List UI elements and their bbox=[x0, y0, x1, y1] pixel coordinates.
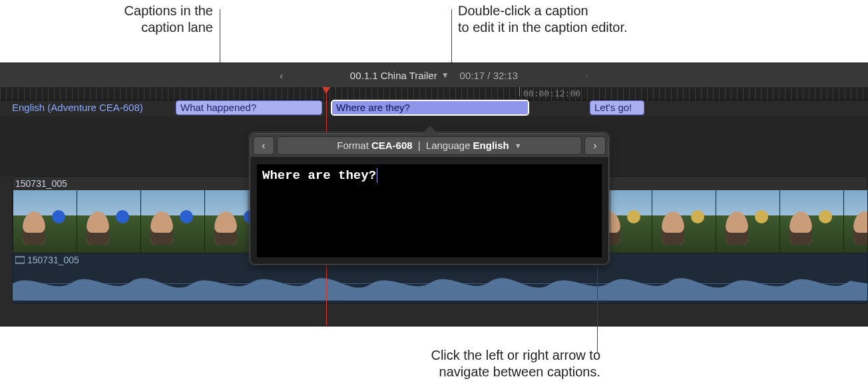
timeline-index-bar: ‹ 00.1.1 China Trailer ▼ 00:17 / 32:13 › bbox=[0, 63, 868, 87]
caption-clip[interactable]: Let's go! bbox=[590, 100, 644, 115]
callout-caption-lane: Captions in the caption lane bbox=[0, 3, 213, 36]
caption-editor-popover[interactable]: ‹ Format CEA-608 | Language English ▼ › … bbox=[250, 133, 609, 265]
chevron-down-icon: ▼ bbox=[441, 70, 449, 80]
audio-clip-name: 150731_005 bbox=[27, 255, 79, 265]
timecode-display[interactable]: 00:17 / 32:13 bbox=[460, 70, 519, 81]
callout-editor: Double-click a caption to edit it in the… bbox=[458, 3, 804, 36]
next-caption-button[interactable]: › bbox=[584, 136, 606, 155]
history-back-button[interactable]: ‹ bbox=[276, 70, 288, 81]
panel-bottom-border bbox=[0, 326, 868, 326]
format-label: Format bbox=[337, 140, 369, 151]
caption-lane[interactable]: English (Adventure CEA-608) What happene… bbox=[0, 100, 868, 116]
language-label: Language bbox=[426, 140, 471, 151]
caption-text-input[interactable]: Where are they? bbox=[257, 164, 602, 257]
project-title-text: 00.1.1 China Trailer bbox=[350, 70, 437, 81]
svg-rect-2 bbox=[15, 262, 25, 264]
caption-clip[interactable]: What happened? bbox=[176, 100, 322, 115]
callout-nav-arrows: Click the left or right arrow to navigat… bbox=[254, 347, 600, 380]
project-title-dropdown[interactable]: 00.1.1 China Trailer ▼ bbox=[350, 70, 449, 81]
timeline-ruler[interactable]: 00:00:12:00 bbox=[0, 87, 868, 100]
format-value: CEA-608 bbox=[371, 140, 413, 151]
caption-editor-header: ‹ Format CEA-608 | Language English ▼ › bbox=[250, 134, 608, 158]
caption-format-language-dropdown[interactable]: Format CEA-608 | Language English ▼ bbox=[277, 136, 582, 155]
ruler-timecode: 00:00:12:00 bbox=[523, 88, 580, 98]
caption-lane-label: English (Adventure CEA-608) bbox=[12, 102, 143, 115]
filmstrip-icon bbox=[15, 256, 25, 264]
caption-clip-selected[interactable]: Where are they? bbox=[331, 100, 529, 115]
video-clip-name: 150731_005 bbox=[15, 178, 67, 189]
history-forward-button[interactable]: › bbox=[580, 70, 592, 81]
svg-rect-1 bbox=[15, 256, 25, 258]
chevron-down-icon: ▼ bbox=[515, 142, 522, 150]
audio-waveform bbox=[13, 267, 867, 301]
language-value: English bbox=[473, 140, 509, 151]
prev-caption-button[interactable]: ‹ bbox=[253, 136, 274, 155]
